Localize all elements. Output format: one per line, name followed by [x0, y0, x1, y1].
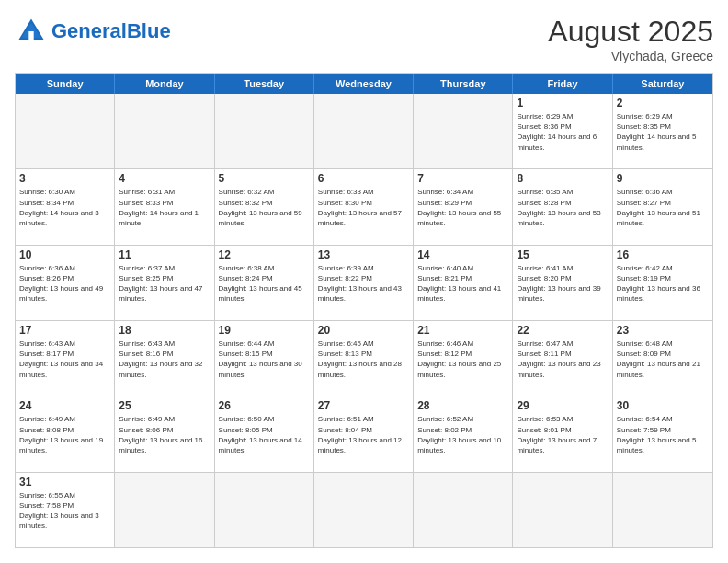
- calendar-cell: [16, 94, 115, 168]
- day-number: 9: [617, 172, 709, 185]
- day-number: 31: [19, 476, 110, 488]
- day-number: 26: [219, 399, 310, 412]
- calendar-cell: [314, 473, 414, 547]
- header-day-tuesday: Tuesday: [215, 74, 314, 94]
- day-number: 16: [617, 248, 709, 261]
- day-info: Sunrise: 6:37 AM Sunset: 8:25 PM Dayligh…: [119, 263, 210, 304]
- day-info: Sunrise: 6:31 AM Sunset: 8:33 PM Dayligh…: [119, 187, 210, 228]
- day-number: 23: [617, 324, 709, 337]
- day-number: 29: [517, 399, 608, 412]
- day-number: 19: [219, 324, 310, 337]
- day-number: 1: [517, 97, 608, 109]
- day-number: 27: [318, 399, 409, 412]
- calendar-cell: [314, 94, 414, 168]
- calendar-cell: 4Sunrise: 6:31 AM Sunset: 8:33 PM Daylig…: [115, 169, 214, 244]
- calendar-cell: [414, 473, 513, 547]
- day-info: Sunrise: 6:29 AM Sunset: 8:35 PM Dayligh…: [617, 111, 709, 153]
- day-info: Sunrise: 6:51 AM Sunset: 8:04 PM Dayligh…: [318, 414, 409, 455]
- day-number: 25: [119, 399, 210, 412]
- day-info: Sunrise: 6:39 AM Sunset: 8:22 PM Dayligh…: [318, 263, 409, 304]
- day-info: Sunrise: 6:32 AM Sunset: 8:32 PM Dayligh…: [219, 187, 310, 228]
- day-info: Sunrise: 6:34 AM Sunset: 8:29 PM Dayligh…: [417, 187, 508, 228]
- calendar-cell: 20Sunrise: 6:45 AM Sunset: 8:13 PM Dayli…: [314, 321, 414, 396]
- day-info: Sunrise: 6:36 AM Sunset: 8:26 PM Dayligh…: [19, 263, 110, 304]
- calendar-cell: 28Sunrise: 6:52 AM Sunset: 8:02 PM Dayli…: [414, 396, 513, 471]
- day-info: Sunrise: 6:29 AM Sunset: 8:36 PM Dayligh…: [517, 111, 608, 153]
- day-number: 20: [318, 324, 409, 337]
- header-day-saturday: Saturday: [613, 74, 712, 94]
- main-title: August 2025: [548, 15, 713, 49]
- calendar-cell: 1Sunrise: 6:29 AM Sunset: 8:36 PM Daylig…: [513, 94, 612, 168]
- header-day-sunday: Sunday: [16, 74, 115, 94]
- calendar-cell: 21Sunrise: 6:46 AM Sunset: 8:12 PM Dayli…: [414, 321, 513, 396]
- calendar-cell: [613, 473, 712, 547]
- calendar-cell: 27Sunrise: 6:51 AM Sunset: 8:04 PM Dayli…: [314, 396, 414, 471]
- title-block: August 2025 Vlychada, Greece: [548, 15, 713, 63]
- day-info: Sunrise: 6:45 AM Sunset: 8:13 PM Dayligh…: [318, 339, 409, 380]
- day-number: 14: [417, 248, 508, 261]
- day-info: Sunrise: 6:33 AM Sunset: 8:30 PM Dayligh…: [318, 187, 409, 228]
- calendar-cell: 26Sunrise: 6:50 AM Sunset: 8:05 PM Dayli…: [215, 396, 314, 471]
- subtitle: Vlychada, Greece: [548, 49, 713, 63]
- day-number: 6: [318, 172, 409, 185]
- calendar-cell: [513, 473, 612, 547]
- calendar-cell: 24Sunrise: 6:49 AM Sunset: 8:08 PM Dayli…: [16, 396, 115, 471]
- day-info: Sunrise: 6:43 AM Sunset: 8:17 PM Dayligh…: [19, 339, 110, 380]
- day-number: 7: [417, 172, 508, 185]
- calendar-cell: 9Sunrise: 6:36 AM Sunset: 8:27 PM Daylig…: [613, 169, 712, 244]
- calendar-cell: 6Sunrise: 6:33 AM Sunset: 8:30 PM Daylig…: [314, 169, 414, 244]
- header: GeneralBlue August 2025 Vlychada, Greece: [15, 15, 713, 63]
- day-number: 22: [517, 324, 608, 337]
- day-info: Sunrise: 6:41 AM Sunset: 8:20 PM Dayligh…: [517, 263, 608, 304]
- day-number: 15: [517, 248, 608, 261]
- calendar-cell: 18Sunrise: 6:43 AM Sunset: 8:16 PM Dayli…: [115, 321, 214, 396]
- calendar-cell: 10Sunrise: 6:36 AM Sunset: 8:26 PM Dayli…: [16, 246, 115, 320]
- calendar-body: 1Sunrise: 6:29 AM Sunset: 8:36 PM Daylig…: [16, 94, 712, 547]
- day-info: Sunrise: 6:55 AM Sunset: 7:58 PM Dayligh…: [19, 490, 110, 532]
- calendar: SundayMondayTuesdayWednesdayThursdayFrid…: [15, 73, 713, 548]
- calendar-cell: [414, 94, 513, 168]
- calendar-cell: 14Sunrise: 6:40 AM Sunset: 8:21 PM Dayli…: [414, 246, 513, 320]
- calendar-cell: 17Sunrise: 6:43 AM Sunset: 8:17 PM Dayli…: [16, 321, 115, 396]
- day-info: Sunrise: 6:48 AM Sunset: 8:09 PM Dayligh…: [617, 339, 709, 380]
- calendar-cell: 5Sunrise: 6:32 AM Sunset: 8:32 PM Daylig…: [215, 169, 314, 244]
- calendar-cell: 13Sunrise: 6:39 AM Sunset: 8:22 PM Dayli…: [314, 246, 414, 320]
- header-day-monday: Monday: [115, 74, 214, 94]
- calendar-cell: 2Sunrise: 6:29 AM Sunset: 8:35 PM Daylig…: [613, 94, 712, 168]
- calendar-week-5: 24Sunrise: 6:49 AM Sunset: 8:08 PM Dayli…: [16, 396, 712, 472]
- calendar-cell: 8Sunrise: 6:35 AM Sunset: 8:28 PM Daylig…: [513, 169, 612, 244]
- day-number: 10: [19, 248, 110, 261]
- calendar-cell: [115, 473, 214, 547]
- svg-rect-2: [28, 31, 33, 41]
- logo-general: General: [51, 19, 127, 42]
- calendar-week-1: 1Sunrise: 6:29 AM Sunset: 8:36 PM Daylig…: [16, 94, 712, 169]
- day-number: 21: [417, 324, 508, 337]
- day-info: Sunrise: 6:43 AM Sunset: 8:16 PM Dayligh…: [119, 339, 210, 380]
- logo-icon: [15, 15, 48, 48]
- calendar-cell: 12Sunrise: 6:38 AM Sunset: 8:24 PM Dayli…: [215, 246, 314, 320]
- day-number: 2: [617, 97, 709, 109]
- day-number: 4: [119, 172, 210, 185]
- calendar-week-3: 10Sunrise: 6:36 AM Sunset: 8:26 PM Dayli…: [16, 246, 712, 321]
- calendar-cell: 30Sunrise: 6:54 AM Sunset: 7:59 PM Dayli…: [613, 396, 712, 471]
- day-number: 8: [517, 172, 608, 185]
- day-info: Sunrise: 6:46 AM Sunset: 8:12 PM Dayligh…: [417, 339, 508, 380]
- calendar-cell: [215, 473, 314, 547]
- day-number: 12: [219, 248, 310, 261]
- header-day-friday: Friday: [513, 74, 612, 94]
- day-info: Sunrise: 6:40 AM Sunset: 8:21 PM Dayligh…: [417, 263, 508, 304]
- day-info: Sunrise: 6:47 AM Sunset: 8:11 PM Dayligh…: [517, 339, 608, 380]
- logo: GeneralBlue: [15, 15, 171, 48]
- day-info: Sunrise: 6:54 AM Sunset: 7:59 PM Dayligh…: [617, 414, 709, 455]
- calendar-cell: 3Sunrise: 6:30 AM Sunset: 8:34 PM Daylig…: [16, 169, 115, 244]
- day-number: 11: [119, 248, 210, 261]
- calendar-cell: 25Sunrise: 6:49 AM Sunset: 8:06 PM Dayli…: [115, 396, 214, 471]
- day-info: Sunrise: 6:49 AM Sunset: 8:06 PM Dayligh…: [119, 414, 210, 455]
- day-number: 17: [19, 324, 110, 337]
- header-day-wednesday: Wednesday: [314, 74, 414, 94]
- calendar-cell: 31Sunrise: 6:55 AM Sunset: 7:58 PM Dayli…: [16, 473, 115, 547]
- day-number: 30: [617, 399, 709, 412]
- calendar-cell: 7Sunrise: 6:34 AM Sunset: 8:29 PM Daylig…: [414, 169, 513, 244]
- logo-blue: Blue: [127, 19, 171, 42]
- day-info: Sunrise: 6:49 AM Sunset: 8:08 PM Dayligh…: [19, 414, 110, 455]
